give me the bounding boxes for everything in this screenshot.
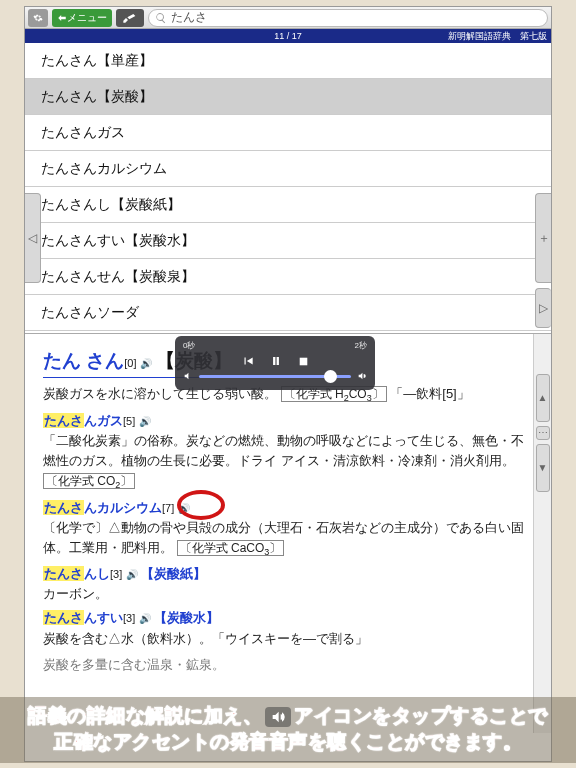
subentry-body: 「二酸化炭素」の俗称。炭などの燃焼、動物の呼吸などによって生じる、無色・不燃性の… <box>43 431 533 494</box>
dictionary-source: 新明解国語辞典 第七版 <box>448 30 547 43</box>
search-input[interactable]: たんさ <box>148 9 548 27</box>
scroll-down-button[interactable]: ▼ <box>536 444 550 492</box>
subentry-term[interactable]: たんさんすい <box>43 610 123 625</box>
speaker-icon <box>265 707 291 727</box>
result-counter: 11 / 17 <box>274 31 302 41</box>
settings-button[interactable] <box>28 9 48 27</box>
list-item[interactable]: たんさん【炭酸】 <box>25 79 551 115</box>
list-item[interactable]: たんさんカルシウム <box>25 151 551 187</box>
left-side-handle[interactable]: ◁ <box>25 193 41 283</box>
subentry-body: 炭酸を含む△水（飲料水）。「ウイスキーを―で割る」 <box>43 629 533 649</box>
results-list: たんさん【単産】 たんさん【炭酸】 たんさんガス たんさんカルシウム たんさんし… <box>25 43 551 333</box>
status-bar: 11 / 17 新明解国語辞典 第七版 <box>25 29 551 43</box>
audio-player-overlay[interactable]: 0秒2秒 <box>175 336 375 390</box>
right-side-handle-add[interactable]: ＋ <box>535 193 551 283</box>
scroll-up-button[interactable]: ▲ <box>536 374 550 422</box>
subentry-term[interactable]: たんさんカルシウム <box>43 500 162 515</box>
search-value: たんさ <box>171 9 207 26</box>
speaker-icon[interactable]: 🔊 <box>139 613 151 624</box>
list-item[interactable]: たんさんソーダ <box>25 295 551 331</box>
list-item[interactable]: たんさんし【炭酸紙】 <box>25 187 551 223</box>
speaker-icon[interactable]: 🔊 <box>139 416 151 427</box>
menu-button[interactable]: メニュー <box>52 9 112 27</box>
volume-slider[interactable] <box>199 375 351 378</box>
volume-high-icon <box>357 371 367 381</box>
search-icon <box>155 12 167 24</box>
detail-scroll-rail: ▲ ⋯ ▼ <box>533 334 551 733</box>
list-item[interactable]: たんさんせん【炭酸泉】 <box>25 259 551 295</box>
marker-button[interactable] <box>116 9 144 27</box>
subentry-term[interactable]: たんさんガス <box>43 413 123 428</box>
list-item[interactable]: たんさんガス <box>25 115 551 151</box>
svg-rect-0 <box>299 358 307 366</box>
subentry-body: 〔化学で〕△動物の骨や貝殻の成分（大理石・石灰岩などの主成分）である白い固体。工… <box>43 518 533 560</box>
app-frame: メニュー たんさ 11 / 17 新明解国語辞典 第七版 たんさん【単産】 たん… <box>24 6 552 762</box>
audio-stop-icon[interactable] <box>297 355 310 368</box>
audio-pause-icon[interactable] <box>269 354 283 368</box>
promo-caption: 語義の詳細な解説に加え、アイコンをタップすることで 正確なアクセントの発音音声を… <box>0 697 576 763</box>
audio-prev-icon[interactable] <box>241 354 255 368</box>
subentry-term[interactable]: たんさんし <box>43 566 110 581</box>
scroll-gap: ⋯ <box>536 426 550 440</box>
entry-detail: たん さん[0] 🔊 【炭酸】 炭酸ガスを水に溶かして生じる弱い酸。 〔化学式 … <box>25 333 551 733</box>
subentry-body: カーボン。 <box>43 584 533 604</box>
toolbar: メニュー たんさ <box>25 7 551 29</box>
list-item[interactable]: たんさん【単産】 <box>25 43 551 79</box>
list-item[interactable]: たんさんすい【炭酸水】 <box>25 223 551 259</box>
headword-reading: たん さん <box>43 350 124 371</box>
subentry-body: 炭酸を多量に含む温泉・鉱泉。 <box>43 655 533 675</box>
highlight-oval <box>177 490 225 520</box>
right-side-handle-next[interactable]: ▷ <box>535 288 551 328</box>
speaker-icon[interactable]: 🔊 <box>140 358 152 369</box>
volume-low-icon <box>183 371 193 381</box>
speaker-icon[interactable]: 🔊 <box>126 569 138 580</box>
menu-label: メニュー <box>67 11 107 25</box>
